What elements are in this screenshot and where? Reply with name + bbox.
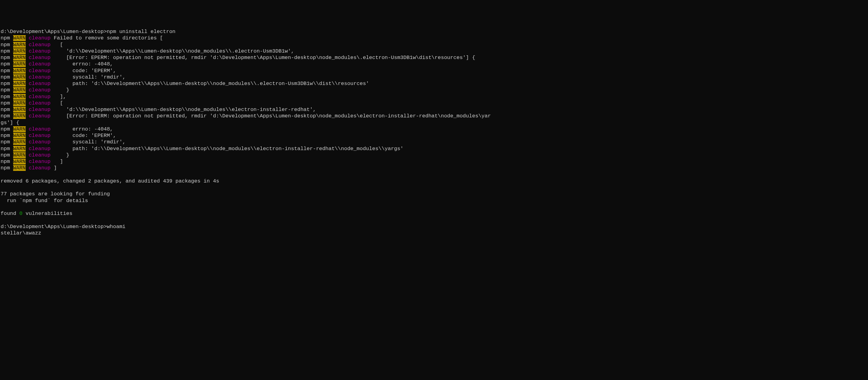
- npm-label: npm: [1, 55, 10, 61]
- log-text-wrap: gs'] {: [1, 120, 19, 126]
- log-text: 'd:\\Development\\Apps\\Lumen-desktop\\n…: [51, 107, 316, 112]
- npm-label: npm: [1, 81, 10, 87]
- cleanup-label: cleanup: [29, 48, 51, 54]
- cleanup-label: cleanup: [29, 100, 51, 106]
- log-text: syscall: 'rmdir',: [51, 139, 125, 145]
- cleanup-label: cleanup: [29, 165, 51, 171]
- funding-text: 77 packages are looking for funding: [1, 191, 110, 197]
- npm-label: npm: [1, 61, 10, 67]
- log-text: ]: [51, 159, 63, 165]
- log-text: syscall: 'rmdir',: [51, 74, 125, 80]
- warn-label: WARN: [13, 146, 26, 152]
- cleanup-label: cleanup: [29, 81, 51, 87]
- log-text: code: 'EPERM',: [51, 68, 116, 74]
- warn-label: WARN: [13, 42, 26, 48]
- warn-label: WARN: [13, 133, 26, 138]
- warn-label: WARN: [13, 35, 26, 41]
- cleanup-label: cleanup: [29, 152, 51, 158]
- npm-label: npm: [1, 87, 10, 93]
- cleanup-label: cleanup: [29, 107, 51, 112]
- terminal-output[interactable]: d:\Development\Apps\Lumen-desktop>npm un…: [1, 28, 868, 236]
- npm-label: npm: [1, 133, 10, 138]
- npm-label: npm: [1, 107, 10, 112]
- cleanup-label: cleanup: [29, 94, 51, 100]
- cleanup-label: cleanup: [29, 68, 51, 74]
- log-text: }: [51, 87, 69, 93]
- warn-label: WARN: [13, 107, 26, 112]
- log-text: 'd:\\Development\\Apps\\Lumen-desktop\\n…: [51, 48, 294, 54]
- log-text: Failed to remove some directories [: [51, 35, 163, 41]
- npm-label: npm: [1, 113, 10, 119]
- warn-label: WARN: [13, 94, 26, 100]
- cleanup-label: cleanup: [29, 61, 51, 67]
- cleanup-label: cleanup: [29, 159, 51, 165]
- warn-label: WARN: [13, 139, 26, 145]
- vuln-count: 0: [19, 211, 22, 216]
- warn-label: WARN: [13, 68, 26, 74]
- prompt: d:\Development\Apps\Lumen-desktop>: [1, 224, 107, 230]
- warn-label: WARN: [13, 100, 26, 106]
- npm-label: npm: [1, 48, 10, 54]
- log-text: [: [51, 100, 63, 106]
- warn-label: WARN: [13, 165, 26, 171]
- whoami-output: stellar\awazz: [1, 230, 41, 236]
- vuln-text: found: [1, 211, 19, 216]
- warn-label: WARN: [13, 152, 26, 158]
- prompt: d:\Development\Apps\Lumen-desktop>: [1, 29, 107, 35]
- cleanup-label: cleanup: [29, 133, 51, 138]
- npm-label: npm: [1, 42, 10, 48]
- log-text: }: [51, 152, 69, 158]
- log-text: path: 'd:\\Development\\Apps\\Lumen-desk…: [51, 146, 403, 152]
- npm-label: npm: [1, 94, 10, 100]
- cleanup-label: cleanup: [29, 55, 51, 61]
- warn-label: WARN: [13, 126, 26, 132]
- cleanup-label: cleanup: [29, 35, 51, 41]
- warn-label: WARN: [13, 48, 26, 54]
- warn-label: WARN: [13, 87, 26, 93]
- log-text: errno: -4048,: [51, 61, 113, 67]
- warn-label: WARN: [13, 159, 26, 165]
- log-text: code: 'EPERM',: [51, 133, 116, 138]
- cleanup-label: cleanup: [29, 113, 51, 119]
- cleanup-label: cleanup: [29, 139, 51, 145]
- log-text: [Error: EPERM: operation not permitted, …: [51, 113, 491, 119]
- log-text: [Error: EPERM: operation not permitted, …: [51, 55, 475, 61]
- vuln-text: vulnerabilities: [22, 211, 72, 216]
- npm-label: npm: [1, 139, 10, 145]
- cleanup-label: cleanup: [29, 74, 51, 80]
- npm-label: npm: [1, 165, 10, 171]
- log-text: ],: [51, 94, 66, 100]
- funding-text: run `npm fund` for details: [1, 198, 88, 204]
- warn-label: WARN: [13, 81, 26, 87]
- npm-label: npm: [1, 159, 10, 165]
- npm-label: npm: [1, 74, 10, 80]
- log-text: ]: [51, 165, 57, 171]
- npm-label: npm: [1, 126, 10, 132]
- command-text: whoami: [107, 224, 125, 230]
- warn-label: WARN: [13, 55, 26, 61]
- cleanup-label: cleanup: [29, 87, 51, 93]
- npm-label: npm: [1, 68, 10, 74]
- warn-label: WARN: [13, 61, 26, 67]
- npm-label: npm: [1, 152, 10, 158]
- warn-label: WARN: [13, 113, 26, 119]
- command-text: npm uninstall electron: [107, 29, 175, 35]
- cleanup-label: cleanup: [29, 42, 51, 48]
- log-text: [: [51, 42, 63, 48]
- log-text: errno: -4048,: [51, 126, 113, 132]
- cleanup-label: cleanup: [29, 146, 51, 152]
- summary-text: removed 6 packages, changed 2 packages, …: [1, 178, 219, 184]
- warn-label: WARN: [13, 74, 26, 80]
- npm-label: npm: [1, 100, 10, 106]
- log-text: path: 'd:\\Development\\Apps\\Lumen-desk…: [51, 81, 369, 87]
- npm-label: npm: [1, 35, 10, 41]
- cleanup-label: cleanup: [29, 126, 51, 132]
- npm-label: npm: [1, 146, 10, 152]
